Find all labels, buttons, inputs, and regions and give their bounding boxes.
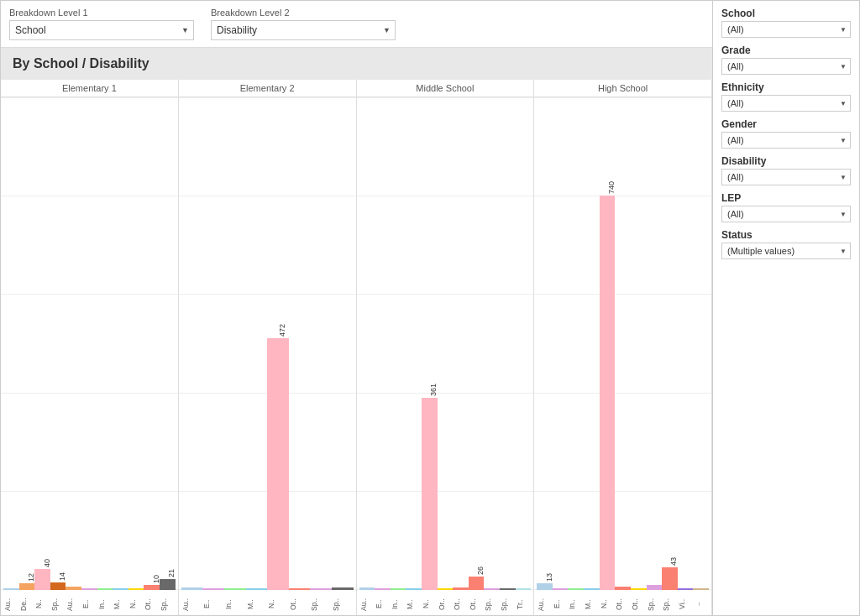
grade-filter-label: Grade [721,44,851,56]
bar-1-0 [181,587,203,590]
bar-1-6 [310,588,332,590]
bar-3-2 [568,588,584,590]
bar-1-5 [289,588,311,590]
lep-filter-label: LEP [721,192,851,204]
bar-3-6 [631,588,647,590]
status-filter: Status (Multiple values) [721,229,851,259]
x-label-2-10: Tr.. [516,592,532,615]
grade-select-wrapper: (All) [721,58,851,75]
x-label-3-1: E.. [553,592,569,615]
bar-1-3 [246,588,268,590]
bar-value-0-3: 14 [58,572,66,581]
bar-3-10 [693,588,709,590]
x-label-3-4: N.. [600,592,616,615]
breakdown1-label: Breakdown Level 1 [9,8,194,18]
x-label-2-1: E.. [375,592,391,615]
bar-1-7 [332,587,354,590]
status-filter-label: Status [721,229,851,241]
x-label-1-2: In.. [224,592,246,615]
school-group-1: Elementary 2472Au..E..In..M..N..Ot..Sp..… [179,80,357,615]
school-label-1: Elementary 2 [179,80,356,97]
ethnicity-filter-label: Ethnicity [721,81,851,93]
x-label-0-3: Sp.. [50,592,66,615]
gender-filter-label: Gender [721,118,851,130]
grade-filter: Grade (All) [721,44,851,75]
gender-select-wrapper: (All) [721,132,851,149]
bar-1-2 [224,588,246,590]
bar-3-5 [615,587,631,590]
x-label-2-9: Sp.. [500,592,516,615]
status-select[interactable]: (Multiple values) [721,243,851,259]
gender-filter: Gender (All) [721,118,851,149]
bar-2-8 [484,588,500,590]
controls-bar: Breakdown Level 1 School Breakdown Level… [1,1,712,48]
school-filter-label: School [721,8,851,19]
bar-0-1: 12 [19,583,35,590]
x-label-1-6: Sp.. [310,592,332,615]
school-label-3: High School [534,80,711,97]
x-label-3-8: Sp.. [662,592,678,615]
school-select-wrapper: (All) [721,21,851,38]
bar-0-8 [128,588,144,590]
x-label-0-1: De.. [19,592,35,615]
bar-0-10: 21 [160,579,176,590]
bar-2-7: 26 [469,577,485,590]
x-label-0-0: Au.. [3,592,19,615]
bar-2-10 [516,588,532,590]
grade-select[interactable]: (All) [721,58,851,75]
x-label-1-7: Sp.. [332,592,354,615]
sidebar: School (All) Grade (All) Ethnicity (All) [712,1,859,615]
bar-0-7 [113,588,128,590]
status-select-wrapper: (Multiple values) [721,243,851,259]
school-label-2: Middle School [357,80,534,97]
x-label-1-5: Ot.. [289,592,311,615]
bar-value-0-2: 40 [43,559,51,567]
x-label-2-0: Au.. [359,592,375,615]
bar-2-4: 361 [422,398,438,590]
bar-2-6 [453,587,469,590]
ethnicity-filter: Ethnicity (All) [721,81,851,112]
breakdown2-select-wrapper: Disability [211,20,396,40]
bar-0-0 [3,588,19,590]
bar-3-9 [678,588,694,590]
x-label-0-9: Ot.. [144,592,160,615]
x-label-2-2: In.. [391,592,406,615]
school-group-3: High School1374043Au..E..In..M..N..Ot..O… [534,80,712,615]
bar-0-4 [66,587,81,590]
bar-value-3-0: 13 [545,573,553,582]
school-select[interactable]: (All) [721,21,851,38]
breakdown1-group: Breakdown Level 1 School [9,8,194,40]
lep-filter: LEP (All) [721,192,851,222]
x-label-0-7: M.. [113,592,128,615]
bar-2-1 [375,588,391,590]
x-label-1-3: M.. [246,592,268,615]
bar-0-9: 10 [144,585,160,590]
x-label-3-5: Ot.. [615,592,631,615]
breakdown1-select[interactable]: School [9,20,194,40]
breakdown2-select[interactable]: Disability [211,20,396,40]
bar-0-5 [81,588,97,590]
bar-3-7 [647,585,663,590]
x-label-3-10: .. [693,592,709,615]
bar-value-3-4: 740 [607,181,616,194]
bar-3-1 [553,588,569,590]
school-label-0: Elementary 1 [1,80,178,97]
bar-value-2-4: 361 [429,384,438,396]
disability-select-wrapper: (All) [721,169,851,185]
disability-select[interactable]: (All) [721,169,851,185]
bar-3-0: 13 [537,583,553,590]
bar-3-4: 740 [600,196,616,590]
ethnicity-select[interactable]: (All) [721,95,851,112]
gender-select[interactable]: (All) [721,132,851,149]
disability-filter-label: Disability [721,155,851,167]
x-label-0-5: E.. [81,592,97,615]
x-label-0-2: N.. [34,592,50,615]
x-label-2-6: Ot.. [453,592,469,615]
bar-3-8: 43 [662,567,678,590]
lep-select[interactable]: (All) [721,206,851,222]
x-label-2-4: N.. [422,592,438,615]
x-label-0-10: Sp.. [160,592,176,615]
bar-2-9 [500,588,516,590]
x-label-3-7: Sp.. [647,592,663,615]
x-label-3-0: Au.. [537,592,553,615]
